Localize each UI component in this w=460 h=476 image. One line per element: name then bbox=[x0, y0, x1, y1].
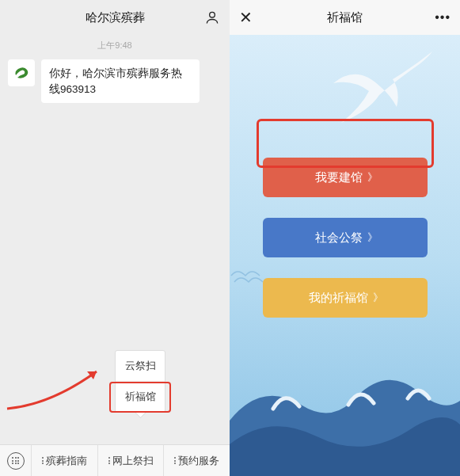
svg-point-0 bbox=[210, 12, 215, 17]
chat-pane: 哈尔滨殡葬 上午9:48 你好，哈尔滨市殡葬服务热线963913 云祭扫 bbox=[0, 0, 230, 476]
button-stack: 我要建馆 》 社会公祭 》 我的祈福馆 》 bbox=[230, 158, 460, 318]
chevron-icon: 》 bbox=[373, 291, 381, 305]
submenu-icon bbox=[108, 457, 110, 464]
chevron-icon: 》 bbox=[367, 170, 375, 185]
arrow-annotation bbox=[3, 357, 110, 413]
submenu-icon bbox=[42, 457, 44, 464]
mountain-illustration bbox=[230, 349, 460, 476]
button-label: 我的祈福馆 bbox=[309, 291, 368, 306]
my-hall-button[interactable]: 我的祈福馆 》 bbox=[263, 278, 428, 318]
public-memorial-button[interactable]: 社会公祭 》 bbox=[263, 218, 428, 257]
bottom-menu-bar: 殡葬指南 网上祭扫 预约服务 bbox=[0, 444, 230, 476]
chat-header: 哈尔滨殡葬 bbox=[0, 0, 230, 35]
keyboard-toggle-button[interactable] bbox=[0, 445, 32, 477]
popup-menu: 云祭扫 祈福馆 bbox=[115, 350, 165, 413]
button-label: 我要建馆 bbox=[315, 170, 363, 185]
menu-item-reserve[interactable]: 预约服务 bbox=[164, 445, 230, 477]
message-bubble: 你好，哈尔滨市殡葬服务热线963913 bbox=[41, 59, 200, 103]
blessing-header: ✕ 祈福馆 ••• bbox=[230, 0, 460, 35]
button-label: 社会公祭 bbox=[315, 230, 363, 246]
blessing-pane: ✕ 祈福馆 ••• 我要建馆 》 社会公祭 》 我的祈福馆 bbox=[230, 0, 460, 476]
profile-icon[interactable] bbox=[204, 10, 220, 25]
menu-item-online[interactable]: 网上祭扫 bbox=[98, 445, 165, 477]
submenu-icon bbox=[174, 457, 176, 464]
menu-label: 网上祭扫 bbox=[112, 454, 154, 468]
popup-item-blessing[interactable]: 祈福馆 bbox=[116, 382, 165, 412]
timestamp: 上午9:48 bbox=[0, 40, 230, 51]
avatar[interactable] bbox=[8, 59, 35, 86]
chat-body: 云祭扫 祈福馆 bbox=[0, 103, 230, 444]
more-icon[interactable]: ••• bbox=[435, 10, 450, 25]
blessing-title: 祈福馆 bbox=[327, 10, 363, 25]
close-icon[interactable]: ✕ bbox=[239, 8, 253, 27]
chevron-icon: 》 bbox=[367, 230, 375, 245]
build-hall-button[interactable]: 我要建馆 》 bbox=[263, 158, 428, 197]
popup-item-cloud[interactable]: 云祭扫 bbox=[116, 351, 165, 381]
menu-label: 预约服务 bbox=[178, 454, 219, 468]
menu-item-guide[interactable]: 殡葬指南 bbox=[32, 445, 98, 477]
menu-label: 殡葬指南 bbox=[46, 454, 87, 468]
chat-title: 哈尔滨殡葬 bbox=[86, 10, 145, 25]
message-row: 你好，哈尔滨市殡葬服务热线963913 bbox=[0, 59, 230, 103]
crane-illustration bbox=[325, 48, 436, 135]
